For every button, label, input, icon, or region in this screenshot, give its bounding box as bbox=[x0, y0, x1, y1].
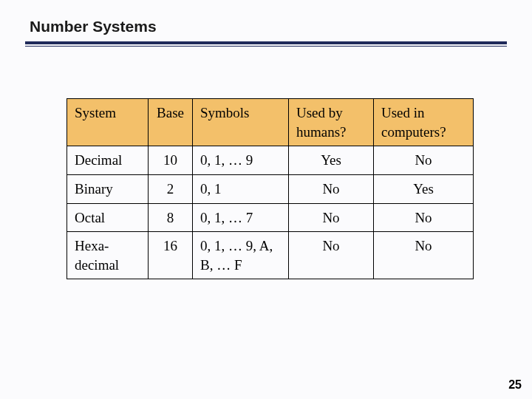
number-systems-table: System Base Symbols Used by humans? Used… bbox=[66, 98, 474, 279]
cell-base: 8 bbox=[149, 203, 193, 232]
cell-system: Binary bbox=[67, 174, 149, 203]
cell-system: Decimal bbox=[67, 146, 149, 175]
cell-humans: No bbox=[289, 232, 374, 279]
cell-computers: No bbox=[374, 232, 474, 279]
cell-computers: No bbox=[374, 146, 474, 175]
title-rule-thin bbox=[25, 46, 507, 47]
cell-computers: No bbox=[374, 203, 474, 232]
table-container: System Base Symbols Used by humans? Used… bbox=[66, 98, 507, 279]
header-system: System bbox=[67, 99, 149, 146]
header-symbols: Symbols bbox=[193, 99, 289, 146]
table-row: Hexa-decimal 16 0, 1, … 9, A, B, … F No … bbox=[67, 232, 474, 279]
cell-symbols: 0, 1, … 9 bbox=[193, 146, 289, 175]
title-rule-thick bbox=[25, 41, 507, 44]
cell-symbols: 0, 1, … 7 bbox=[193, 203, 289, 232]
cell-base: 2 bbox=[149, 174, 193, 203]
cell-system: Hexa-decimal bbox=[67, 232, 149, 279]
cell-humans: Yes bbox=[289, 146, 374, 175]
header-computers: Used in computers? bbox=[374, 99, 474, 146]
header-humans: Used by humans? bbox=[289, 99, 374, 146]
table-row: Decimal 10 0, 1, … 9 Yes No bbox=[67, 146, 474, 175]
header-base: Base bbox=[149, 99, 193, 146]
cell-humans: No bbox=[289, 174, 374, 203]
cell-humans: No bbox=[289, 203, 374, 232]
cell-symbols: 0, 1, … 9, A, B, … F bbox=[193, 232, 289, 279]
cell-system: Octal bbox=[67, 203, 149, 232]
page-number: 25 bbox=[508, 378, 522, 392]
cell-symbols: 0, 1 bbox=[193, 174, 289, 203]
cell-base: 16 bbox=[149, 232, 193, 279]
cell-computers: Yes bbox=[374, 174, 474, 203]
slide: Number Systems System Base Symbols Used … bbox=[0, 0, 532, 399]
table-row: Binary 2 0, 1 No Yes bbox=[67, 174, 474, 203]
page-title: Number Systems bbox=[30, 18, 507, 40]
table-row: Octal 8 0, 1, … 7 No No bbox=[67, 203, 474, 232]
table-header-row: System Base Symbols Used by humans? Used… bbox=[67, 99, 474, 146]
cell-base: 10 bbox=[149, 146, 193, 175]
